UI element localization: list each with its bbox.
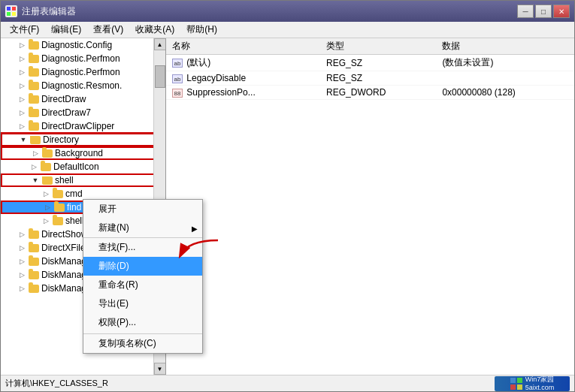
- reg-type-icon: ab: [172, 74, 183, 83]
- logo-text: Win7家园5aixt.com: [525, 375, 555, 392]
- expand-icon[interactable]: ▷: [28, 161, 40, 173]
- menu-file[interactable]: 文件(F): [4, 22, 45, 38]
- ctx-find[interactable]: 查找(F)...: [83, 238, 202, 257]
- expand-icon[interactable]: ▷: [16, 107, 28, 119]
- folder-icon: [53, 202, 65, 213]
- menubar: 文件(F) 编辑(E) 查看(V) 收藏夹(A) 帮助(H): [1, 22, 574, 38]
- expand-icon[interactable]: ▷: [16, 93, 28, 105]
- expand-icon[interactable]: ▷: [16, 269, 28, 281]
- tree-item-background[interactable]: ▷ Background: [1, 146, 165, 160]
- ctx-delete[interactable]: 删除(D): [83, 257, 202, 276]
- ctx-export[interactable]: 导出(E): [83, 294, 202, 313]
- maximize-button[interactable]: □: [535, 5, 552, 18]
- expand-icon[interactable]: ▷: [40, 215, 52, 227]
- scroll-thumb[interactable]: [155, 65, 165, 88]
- tree-item-label: DirectDrawClipper: [41, 121, 114, 131]
- tree-item-shell[interactable]: ▼ shell: [1, 173, 165, 187]
- folder-icon: [28, 229, 40, 240]
- svg-rect-3: [12, 12, 16, 16]
- menu-favorites[interactable]: 收藏夹(A): [129, 22, 180, 38]
- tree-item-label: DiskManag.: [41, 256, 89, 267]
- folder-icon: [28, 256, 40, 267]
- folder-icon: [29, 134, 41, 145]
- tree-item-label: DefaultIcon: [53, 161, 99, 172]
- col-header-name[interactable]: 名称: [166, 38, 320, 55]
- folder-icon: [28, 53, 40, 64]
- svg-rect-2: [7, 12, 11, 16]
- menu-edit[interactable]: 编辑(E): [45, 22, 87, 38]
- table-row[interactable]: 88 SuppressionPo... REG_DWORD 0x00000080…: [166, 86, 574, 100]
- expand-icon[interactable]: ▷: [16, 255, 28, 267]
- tree-item-label: cmd: [65, 188, 83, 199]
- ctx-expand[interactable]: 展开: [83, 200, 202, 219]
- win7-logo: Win7家园5aixt.com: [495, 376, 570, 391]
- expand-icon[interactable]: ▷: [16, 120, 28, 132]
- close-button[interactable]: ✕: [553, 5, 570, 18]
- tree-item-label: DirectShow: [41, 229, 87, 240]
- expand-icon[interactable]: ▷: [16, 80, 28, 92]
- window-title: 注册表编辑器: [22, 5, 517, 18]
- folder-icon: [52, 188, 64, 199]
- status-path: 计算机\HKEY_CLASSES_R: [5, 378, 495, 389]
- folder-icon: [41, 148, 53, 158]
- minimize-button[interactable]: ─: [517, 5, 534, 18]
- scroll-down-button[interactable]: ▼: [154, 363, 166, 375]
- expand-icon[interactable]: ▷: [16, 39, 28, 51]
- submenu-arrow-icon: ▶: [192, 224, 198, 232]
- reg-type-icon: 88: [172, 89, 183, 98]
- expand-icon[interactable]: ▷: [41, 201, 53, 213]
- expand-icon[interactable]: ▷: [16, 53, 28, 65]
- tree-item-label: DiskManag.: [41, 270, 89, 280]
- tree-item-directdraw[interactable]: ▷ DirectDraw: [1, 92, 165, 106]
- reg-data-legacy: [436, 71, 574, 86]
- svg-rect-0: [7, 7, 11, 11]
- tree-item-diagnostic-config[interactable]: ▷ Diagnostic.Config: [1, 38, 165, 52]
- statusbar: 计算机\HKEY_CLASSES_R Win7家园5aixt.com: [1, 375, 574, 391]
- expand-icon[interactable]: ▼: [29, 174, 41, 186]
- expand-icon[interactable]: ▷: [16, 282, 28, 294]
- menu-view[interactable]: 查看(V): [87, 22, 129, 38]
- tree-item-diagnostic-perfmon1[interactable]: ▷ Diagnostic.Perfmon: [1, 52, 165, 65]
- folder-icon: [28, 121, 40, 131]
- col-header-type[interactable]: 类型: [320, 38, 436, 55]
- ctx-rename[interactable]: 重命名(R): [83, 276, 202, 294]
- folder-icon: [28, 270, 40, 280]
- folder-icon: [52, 216, 64, 226]
- tree-item-label: DirectXFile: [41, 243, 86, 253]
- svg-rect-6: [517, 378, 522, 383]
- menu-help[interactable]: 帮助(H): [180, 22, 223, 38]
- window-controls: ─ □ ✕: [517, 5, 570, 18]
- tree-item-directory[interactable]: ▼ Directory: [1, 133, 165, 146]
- tree-item-defaulticon[interactable]: ▷ DefaultIcon: [1, 160, 165, 173]
- registry-table: 名称 类型 数据 ab (默认) REG_SZ (数值未设置): [166, 38, 574, 100]
- tree-item-directdrawclipper[interactable]: ▷ DirectDrawClipper: [1, 119, 165, 133]
- folder-icon: [28, 40, 40, 50]
- ctx-permissions[interactable]: 权限(P)...: [83, 313, 202, 332]
- tree-item-directdraw7[interactable]: ▷ DirectDraw7: [1, 106, 165, 119]
- reg-type-icon: ab: [172, 59, 183, 68]
- app-icon: [5, 5, 17, 17]
- expand-icon[interactable]: ▷: [16, 66, 28, 78]
- table-row[interactable]: ab LegacyDisable REG_SZ: [166, 71, 574, 86]
- col-header-data[interactable]: 数据: [436, 38, 574, 55]
- tree-item-label: find: [67, 202, 81, 213]
- expand-icon[interactable]: ▷: [29, 147, 41, 159]
- context-menu: 展开 新建(N) ▶ 查找(F)... 删除(D) 重命名(R) 导出(E) 权…: [83, 199, 203, 354]
- scroll-up-button[interactable]: ▲: [154, 38, 166, 50]
- svg-rect-5: [510, 378, 516, 383]
- tree-item-label: Background: [55, 148, 103, 158]
- expand-icon[interactable]: ▷: [16, 228, 28, 240]
- tree-item-diagnostic-resmon[interactable]: ▷ Diagnostic.Resmon.: [1, 79, 165, 92]
- tree-item-label: DirectDraw7: [41, 107, 91, 118]
- tree-item-diagnostic-perfmon2[interactable]: ▷ Diagnostic.Perfmon: [1, 65, 165, 79]
- tree-item-label: Diagnostic.Resmon.: [41, 80, 122, 91]
- tree-item-label: Directory: [43, 134, 79, 145]
- ctx-copy-name[interactable]: 复制项名称(C): [83, 333, 202, 353]
- reg-data-suppression: 0x00000080 (128): [436, 86, 574, 100]
- expand-icon[interactable]: ▼: [17, 134, 29, 146]
- expand-icon[interactable]: ▷: [16, 242, 28, 254]
- folder-icon: [28, 283, 40, 294]
- ctx-new[interactable]: 新建(N) ▶: [83, 219, 202, 238]
- expand-icon[interactable]: ▷: [40, 188, 52, 200]
- table-row[interactable]: ab (默认) REG_SZ (数值未设置): [166, 55, 574, 71]
